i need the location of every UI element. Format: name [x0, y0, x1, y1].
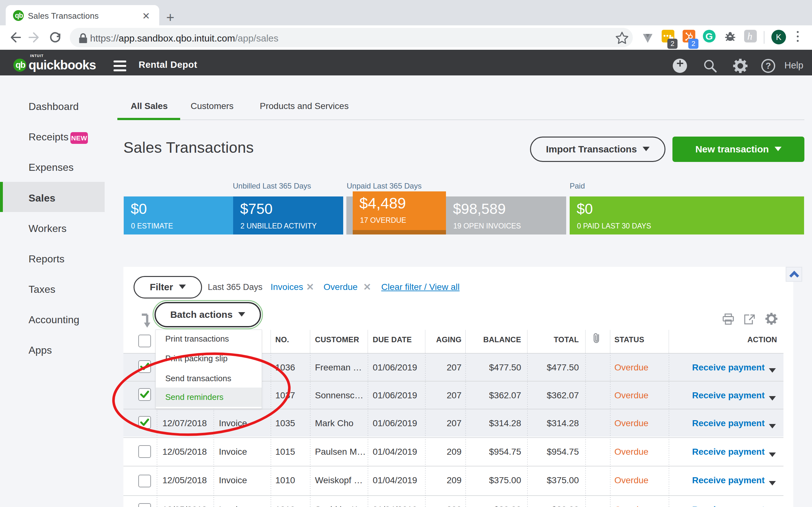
svg-text:?: ? — [765, 61, 771, 71]
